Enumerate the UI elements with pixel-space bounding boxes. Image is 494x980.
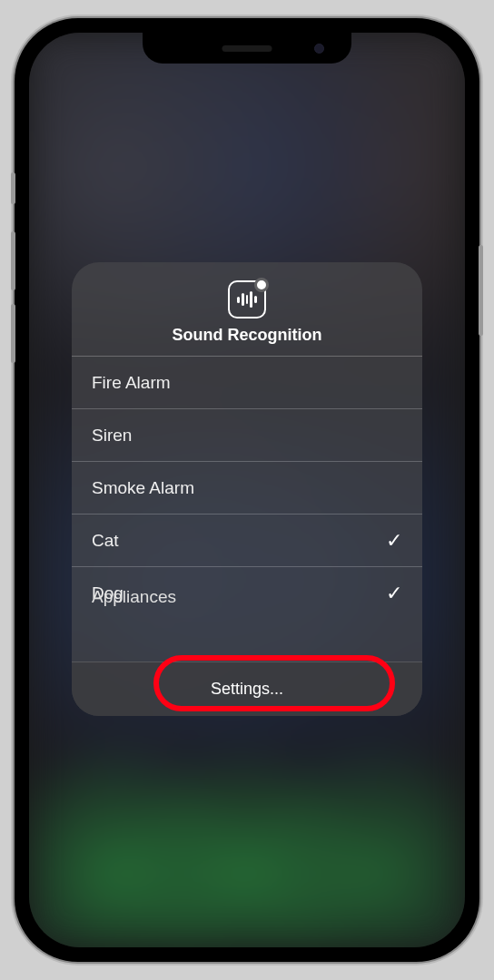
sound-item-siren[interactable]: Siren xyxy=(72,409,422,462)
notification-dot-icon xyxy=(254,278,269,292)
sound-item-appliances[interactable]: Appliances xyxy=(92,587,176,607)
settings-button[interactable]: Settings... xyxy=(72,662,422,716)
checkmark-icon: ✓ xyxy=(386,529,402,553)
notch xyxy=(143,33,351,64)
settings-button-label: Settings... xyxy=(211,680,283,699)
sound-list[interactable]: Fire Alarm Siren Smoke Alarm Cat ✓ Dog ✓ xyxy=(72,356,422,662)
platter-title: Sound Recognition xyxy=(173,326,322,345)
camera-dot xyxy=(314,44,324,54)
sound-item-label: Cat xyxy=(92,531,119,551)
checkmark-icon: ✓ xyxy=(386,582,402,605)
silent-switch xyxy=(11,172,15,204)
volume-up-button xyxy=(11,231,15,290)
sound-item-smoke-alarm[interactable]: Smoke Alarm xyxy=(72,462,422,514)
phone-frame: Sound Recognition Fire Alarm Siren Smoke… xyxy=(15,18,479,962)
volume-down-button xyxy=(11,304,15,363)
sound-recognition-icon xyxy=(228,280,266,318)
speaker-grill xyxy=(222,45,272,52)
waveform-icon xyxy=(237,291,256,308)
platter-header: Sound Recognition xyxy=(72,262,422,356)
sound-item-label: Fire Alarm xyxy=(92,373,171,393)
sound-recognition-platter: Sound Recognition Fire Alarm Siren Smoke… xyxy=(72,262,422,716)
sound-item-cat[interactable]: Cat ✓ xyxy=(72,514,422,567)
screen: Sound Recognition Fire Alarm Siren Smoke… xyxy=(29,33,465,947)
sound-item-label: Smoke Alarm xyxy=(92,478,194,498)
power-button xyxy=(479,245,483,336)
sound-item-fire-alarm[interactable]: Fire Alarm xyxy=(72,357,422,409)
sound-item-label: Siren xyxy=(92,426,132,446)
